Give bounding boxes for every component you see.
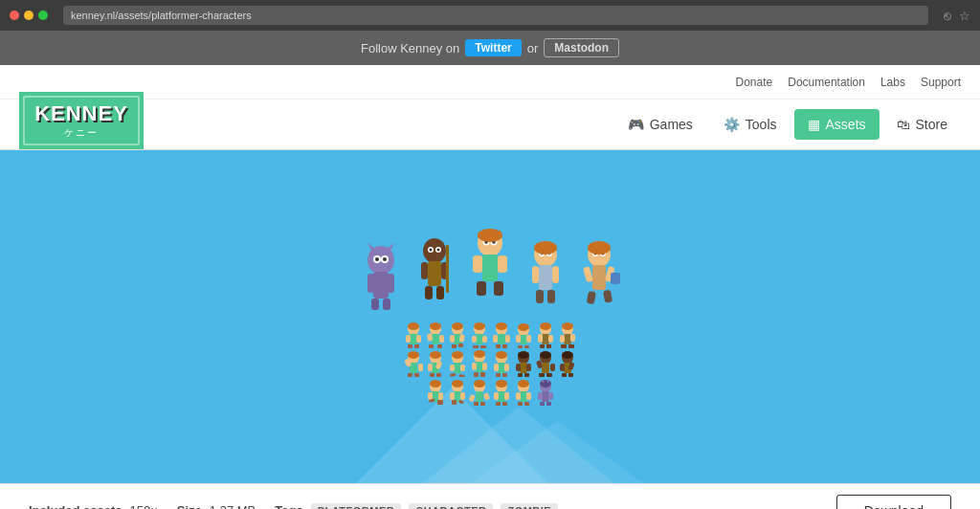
svg-rect-161 bbox=[542, 363, 549, 373]
download-button[interactable]: Download bbox=[836, 495, 951, 510]
svg-point-117 bbox=[562, 322, 573, 330]
sprite-13 bbox=[491, 350, 512, 377]
svg-rect-210 bbox=[542, 391, 549, 402]
svg-rect-143 bbox=[474, 372, 479, 377]
nav-assets[interactable]: ▦ Assets bbox=[794, 109, 880, 140]
tag-zombie[interactable]: ZOMBIE bbox=[501, 503, 558, 510]
footer-tags: Tags PLATFORMER CHARACTER ZOMBIE bbox=[275, 503, 558, 510]
svg-rect-32 bbox=[473, 255, 482, 273]
svg-point-20 bbox=[437, 249, 440, 252]
svg-rect-78 bbox=[450, 335, 455, 343]
sprite-6 bbox=[513, 321, 534, 348]
svg-rect-114 bbox=[570, 334, 575, 342]
announcement-bar: Follow Kenney on Twitter or Mastodon bbox=[0, 31, 980, 65]
footer-size: Size 1.37 MB bbox=[177, 503, 256, 509]
footer-included: Included assets 150× bbox=[29, 503, 158, 509]
svg-rect-158 bbox=[524, 373, 529, 377]
svg-rect-87 bbox=[473, 345, 479, 348]
svg-rect-113 bbox=[560, 335, 565, 343]
svg-rect-88 bbox=[480, 345, 486, 348]
tag-platformer[interactable]: PLATFORMER bbox=[311, 503, 402, 510]
svg-rect-98 bbox=[520, 335, 527, 344]
nav-store[interactable]: 🛍 Store bbox=[883, 109, 961, 140]
svg-rect-115 bbox=[561, 344, 567, 348]
donate-link[interactable]: Donate bbox=[736, 76, 773, 89]
svg-rect-193 bbox=[480, 402, 485, 406]
svg-point-96 bbox=[496, 322, 507, 330]
svg-rect-34 bbox=[477, 281, 486, 296]
svg-rect-64 bbox=[406, 335, 411, 343]
character-4 bbox=[521, 239, 570, 312]
svg-rect-165 bbox=[546, 373, 552, 377]
svg-rect-184 bbox=[460, 392, 465, 400]
included-count: 150× bbox=[130, 503, 158, 509]
svg-rect-112 bbox=[564, 334, 571, 344]
address-bar[interactable]: kenney.nl/assets/platformer-characters bbox=[63, 6, 928, 25]
main-content bbox=[0, 150, 980, 483]
or-text: or bbox=[527, 41, 539, 55]
svg-rect-164 bbox=[539, 373, 545, 377]
svg-rect-133 bbox=[454, 363, 461, 373]
nav-tools[interactable]: ⚙️ Tools bbox=[710, 109, 791, 140]
svg-rect-99 bbox=[516, 335, 521, 343]
svg-point-201 bbox=[496, 380, 507, 387]
svg-rect-142 bbox=[482, 363, 487, 370]
logo[interactable]: KENNEY ケニー bbox=[19, 92, 144, 149]
svg-point-138 bbox=[452, 351, 463, 359]
svg-rect-86 bbox=[482, 336, 487, 343]
sprite-19 bbox=[469, 379, 490, 406]
tools-icon: ⚙️ bbox=[724, 117, 740, 132]
svg-rect-37 bbox=[478, 232, 483, 238]
sprite-5 bbox=[491, 321, 512, 348]
nav-assets-label: Assets bbox=[826, 117, 866, 132]
svg-rect-107 bbox=[548, 335, 553, 343]
svg-rect-199 bbox=[496, 402, 501, 406]
share-icon[interactable]: ⎋ bbox=[944, 9, 951, 23]
svg-point-166 bbox=[540, 351, 551, 359]
svg-rect-171 bbox=[562, 373, 567, 377]
svg-rect-102 bbox=[524, 345, 529, 348]
svg-rect-200 bbox=[502, 402, 507, 406]
svg-rect-130 bbox=[436, 373, 441, 377]
svg-point-159 bbox=[518, 351, 529, 359]
svg-rect-46 bbox=[552, 266, 559, 283]
maximize-button[interactable] bbox=[38, 11, 48, 20]
svg-point-19 bbox=[430, 249, 433, 252]
bookmark-icon[interactable]: ☆ bbox=[959, 9, 970, 23]
logo-text: KENNEY bbox=[34, 101, 128, 126]
twitter-button[interactable]: Twitter bbox=[465, 39, 521, 56]
documentation-link[interactable]: Documentation bbox=[788, 76, 865, 89]
svg-rect-192 bbox=[474, 402, 479, 406]
svg-rect-65 bbox=[416, 335, 421, 343]
minimize-button[interactable] bbox=[24, 11, 33, 20]
svg-point-131 bbox=[430, 351, 441, 359]
svg-point-145 bbox=[474, 350, 485, 358]
svg-rect-23 bbox=[425, 286, 433, 299]
svg-rect-141 bbox=[472, 363, 477, 370]
svg-rect-48 bbox=[547, 290, 555, 303]
svg-rect-203 bbox=[520, 391, 527, 402]
mastodon-button[interactable]: Mastodon bbox=[544, 38, 619, 57]
site-header: Donate Documentation Labs Support KENNEY… bbox=[0, 65, 980, 150]
close-button[interactable] bbox=[10, 11, 19, 20]
svg-rect-84 bbox=[476, 334, 483, 344]
nav-store-label: Store bbox=[916, 117, 947, 132]
svg-rect-58 bbox=[587, 291, 596, 304]
svg-rect-80 bbox=[452, 344, 457, 348]
svg-rect-71 bbox=[427, 333, 433, 342]
svg-rect-185 bbox=[452, 400, 457, 405]
svg-rect-25 bbox=[446, 245, 449, 293]
support-link[interactable]: Support bbox=[921, 76, 961, 89]
svg-rect-100 bbox=[526, 335, 531, 343]
nav-games[interactable]: 🎮 Games bbox=[614, 109, 706, 140]
tag-character[interactable]: CHARACTER bbox=[409, 503, 493, 510]
sprite-21 bbox=[513, 379, 534, 406]
svg-rect-108 bbox=[540, 344, 545, 348]
svg-rect-59 bbox=[603, 290, 612, 303]
svg-rect-72 bbox=[439, 335, 444, 343]
svg-rect-92 bbox=[493, 335, 498, 343]
svg-rect-93 bbox=[505, 335, 510, 343]
labs-link[interactable]: Labs bbox=[880, 76, 905, 89]
svg-rect-207 bbox=[524, 402, 529, 406]
sprite-10 bbox=[425, 350, 446, 377]
